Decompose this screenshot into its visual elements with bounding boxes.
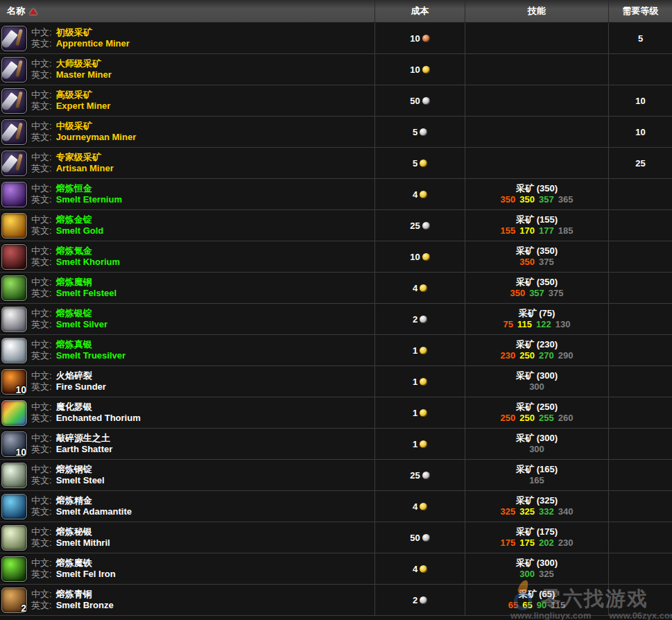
label-english: 英文:: [31, 350, 52, 361]
spell-icon-link[interactable]: [1, 150, 27, 176]
spell-icon-link[interactable]: 10: [1, 431, 27, 457]
table-row: 2 中文:熔炼青铜 英文:Smelt Bronze 2 采矿 (65): [0, 585, 672, 616]
spell-icon-link[interactable]: [1, 26, 27, 51]
spell-icon-link[interactable]: [1, 525, 27, 551]
spell-icon-link[interactable]: [1, 119, 27, 145]
spell-name-english-link[interactable]: Fire Sunder: [56, 381, 106, 392]
column-header-skill[interactable]: 技能: [465, 0, 608, 22]
skill-up-value: 357: [529, 288, 544, 298]
spell-icon-link[interactable]: [1, 338, 27, 363]
spell-name-english-link[interactable]: Smelt Silver: [56, 319, 107, 329]
column-header-cost-label: 成本: [411, 5, 429, 17]
skill-cell: 采矿 (230) 230250270290: [465, 335, 608, 365]
spell-names: 中文:敲碎源生之土 英文:Earth Shatter: [31, 433, 112, 455]
coin-icon: [420, 160, 427, 167]
spell-icon-link[interactable]: [1, 88, 27, 114]
spell-name-english-link[interactable]: Master Miner: [56, 69, 112, 80]
label-chinese: 中文:: [31, 339, 52, 350]
spell-name-english-link[interactable]: Smelt Fel Iron: [56, 569, 116, 579]
fel-iron-bar-icon: [1, 556, 27, 582]
spell-icon-link[interactable]: [1, 307, 27, 332]
spell-name-chinese-link[interactable]: 魔化瑟银: [56, 402, 92, 412]
spell-name-chinese-link[interactable]: 熔炼精金: [56, 495, 92, 506]
cost-cell: 1: [374, 335, 465, 365]
spell-name-chinese-link[interactable]: 熔炼青铜: [56, 589, 92, 599]
column-header-name-label: 名称: [7, 5, 25, 17]
spell-icon-link[interactable]: [1, 213, 27, 239]
spell-name-chinese-link[interactable]: 熔炼魔铁: [56, 558, 92, 568]
spell-icon-link[interactable]: [1, 400, 27, 426]
spell-name-chinese-link[interactable]: 熔炼魔钢: [56, 277, 92, 287]
spell-name-english-link[interactable]: Smelt Eternium: [56, 194, 122, 205]
skill-up-value: 185: [558, 225, 574, 236]
spell-name-cell: 中文:大师级采矿 英文:Master Miner: [0, 54, 374, 85]
skill-up-value: 65: [508, 600, 518, 610]
coin-icon: [422, 222, 430, 230]
spell-icon-link[interactable]: [1, 182, 27, 207]
spell-name-chinese-link[interactable]: 专家级采矿: [56, 152, 101, 162]
cost-amount: 2: [413, 314, 417, 325]
skill-cell: 采矿 (350) 350357375: [465, 273, 608, 303]
label-chinese: 中文:: [31, 27, 52, 37]
spell-name-chinese-link[interactable]: 大师级采矿: [56, 58, 101, 69]
spell-name-chinese-link[interactable]: 熔炼氪金: [56, 246, 92, 256]
cost-amount: 5: [413, 158, 417, 169]
spell-name-chinese-link[interactable]: 敲碎源生之土: [56, 433, 110, 443]
spell-name-chinese-link[interactable]: 熔炼金锭: [56, 214, 92, 225]
cost-amount: 10: [410, 252, 420, 262]
required-level-value: 10: [635, 127, 645, 137]
spell-name-english-link[interactable]: Journeyman Miner: [56, 132, 137, 142]
table-row: 中文:熔炼钢锭 英文:Smelt Steel 25 采矿 (165) 165: [0, 460, 672, 491]
icon-quantity-badge: 2: [21, 603, 26, 614]
spell-name-english-link[interactable]: Enchanted Thorium: [56, 413, 141, 423]
skill-requirement: 采矿 (65): [465, 589, 608, 600]
spell-name-english-link[interactable]: Smelt Felsteel: [56, 288, 117, 298]
spell-icon-link[interactable]: [1, 57, 27, 83]
spell-name-english-link[interactable]: Smelt Steel: [56, 475, 105, 485]
spell-icon-link[interactable]: 2: [1, 587, 27, 613]
spell-name-chinese-link[interactable]: 熔炼真银: [56, 339, 92, 350]
spell-name-chinese-link[interactable]: 中级采矿: [56, 121, 92, 131]
column-header-required-level[interactable]: 需要等级: [608, 0, 672, 22]
spell-icon-link[interactable]: [1, 494, 27, 519]
spell-name-chinese-link[interactable]: 高级采矿: [56, 89, 92, 100]
spell-name-english-link[interactable]: Earth Shatter: [56, 444, 113, 454]
spell-name-chinese-link[interactable]: 火焰碎裂: [56, 370, 92, 381]
spell-name-cell: 中文:初级采矿 英文:Apprentice Miner: [0, 23, 374, 53]
spell-name-cell: 2 中文:熔炼青铜 英文:Smelt Bronze: [0, 585, 374, 615]
cost-cell: 4: [374, 179, 465, 209]
skill-up-value: 175: [519, 537, 535, 548]
spell-name-english-link[interactable]: Smelt Mithril: [56, 537, 110, 548]
skill-requirement: 采矿 (250): [465, 402, 608, 413]
spell-name-english-link[interactable]: Apprentice Miner: [56, 38, 130, 49]
column-header-cost[interactable]: 成本: [374, 0, 465, 22]
mining-pickaxe-icon: [1, 26, 27, 51]
label-chinese: 中文:: [31, 495, 52, 506]
label-english: 英文:: [31, 413, 52, 423]
spell-name-chinese-link[interactable]: 熔炼秘银: [56, 526, 92, 537]
spell-icon-link[interactable]: [1, 463, 27, 488]
skill-requirement: 采矿 (300): [465, 558, 608, 569]
column-header-name[interactable]: 名称: [0, 0, 374, 22]
spell-icon-link[interactable]: [1, 244, 27, 270]
spell-name-english-link[interactable]: Expert Miner: [56, 101, 111, 111]
spell-icon-link[interactable]: 10: [1, 369, 27, 395]
spell-name-chinese-link[interactable]: 初级采矿: [56, 27, 92, 37]
column-header-skill-label: 技能: [528, 5, 546, 17]
spell-name-english-link[interactable]: Smelt Truesilver: [56, 350, 126, 361]
spell-name-english-link[interactable]: Smelt Khorium: [56, 257, 120, 267]
spell-name-english-link[interactable]: Smelt Bronze: [56, 600, 114, 610]
spell-icon-link[interactable]: [1, 556, 27, 582]
spell-name-english-link[interactable]: Smelt Adamantite: [56, 506, 132, 517]
spell-icon-link[interactable]: [1, 275, 27, 301]
table-row: 中文:高级采矿 英文:Expert Miner 50 10: [0, 85, 672, 117]
spell-name-chinese-link[interactable]: 熔炼钢锭: [56, 464, 92, 474]
label-english: 英文:: [31, 475, 52, 485]
spell-name-cell: 中文:熔炼真银 英文:Smelt Truesilver: [0, 335, 374, 365]
skill-up-values: 300: [465, 444, 608, 455]
spell-name-chinese-link[interactable]: 熔炼银锭: [56, 308, 92, 318]
spell-name-english-link[interactable]: Artisan Miner: [56, 163, 114, 173]
spell-name-english-link[interactable]: Smelt Gold: [56, 225, 104, 236]
spell-name-chinese-link[interactable]: 熔炼恒金: [56, 183, 92, 193]
cost-cell: 5: [374, 117, 465, 147]
